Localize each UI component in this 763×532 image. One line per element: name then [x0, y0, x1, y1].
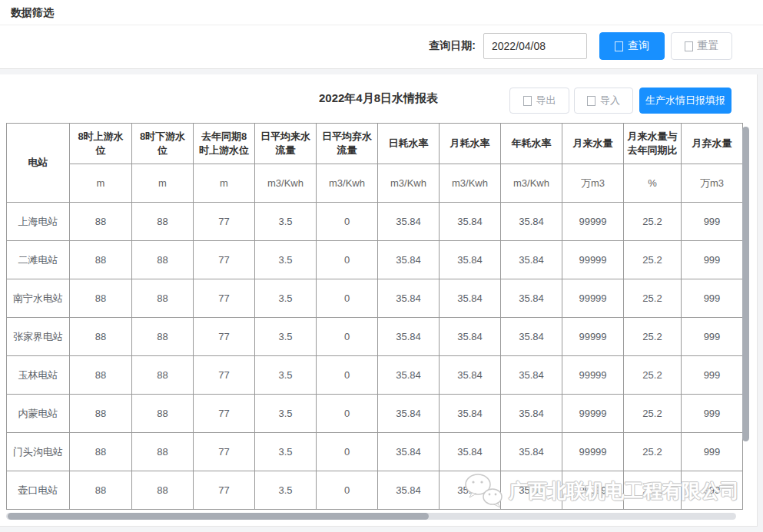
table-row: 南宁水电站8888773.5035.8435.8435.849999925.29… — [7, 279, 743, 318]
column-header: 日平均弃水流量 — [317, 124, 378, 164]
cell-value: 999 — [682, 471, 743, 510]
cell-value: 35.84 — [501, 318, 562, 356]
column-header: 日耗水率 — [378, 124, 440, 164]
column-unit: m3/Kwh — [440, 164, 501, 203]
station-name: 壶口电站 — [7, 471, 70, 510]
search-icon — [615, 41, 623, 51]
import-icon — [587, 96, 595, 106]
filter-divider — [0, 25, 763, 25]
table-unit-row: mmmm3/Kwhm3/Kwhm3/Kwhm3/Kwhm3/Kwh万m3%万m3 — [7, 164, 743, 203]
cell-value: 35.84 — [378, 203, 440, 241]
station-name: 上海电站 — [7, 203, 70, 241]
cell-value: 88 — [70, 318, 132, 356]
cell-value: 35.84 — [440, 395, 501, 433]
cell-value: 0 — [317, 471, 378, 510]
query-date-input[interactable] — [483, 33, 587, 59]
export-button[interactable]: 导出 — [509, 88, 569, 114]
cell-value: 25.2 — [624, 471, 682, 510]
cell-value: 3.5 — [255, 395, 317, 433]
station-column-header: 电站 — [7, 124, 70, 203]
cell-value: 999 — [682, 241, 743, 279]
horizontal-scrollbar-thumb[interactable] — [8, 513, 429, 520]
cell-value: 77 — [194, 318, 255, 356]
cell-value: 99999 — [562, 318, 624, 356]
cell-value: 35.84 — [501, 433, 562, 471]
station-name: 张家界电站 — [7, 318, 70, 356]
cell-value: 35.84 — [440, 471, 501, 510]
table-body: 上海电站8888773.5035.8435.8435.849999925.299… — [7, 203, 743, 510]
cell-value: 35.84 — [501, 203, 562, 241]
table-row: 内蒙电站8888773.5035.8435.8435.849999925.299… — [7, 395, 743, 433]
cell-value: 77 — [194, 279, 255, 318]
column-unit: m — [132, 164, 194, 203]
cell-value: 88 — [70, 279, 132, 318]
column-unit: m3/Kwh — [501, 164, 562, 203]
column-header: 日平均来水流量 — [255, 124, 317, 164]
cell-value: 88 — [70, 241, 132, 279]
cell-value: 99999 — [562, 356, 624, 395]
column-unit: m3/Kwh — [255, 164, 317, 203]
cell-value: 0 — [317, 433, 378, 471]
cell-value: 25.2 — [624, 279, 682, 318]
column-header: 年耗水率 — [501, 124, 562, 164]
cell-value: 25.2 — [624, 395, 682, 433]
table-row: 张家界电站8888773.5035.8435.8435.849999925.29… — [7, 318, 743, 356]
column-header: 月来水量与去年同期比 — [624, 124, 682, 164]
cell-value: 35.84 — [440, 318, 501, 356]
station-name: 内蒙电站 — [7, 395, 70, 433]
cell-value: 88 — [132, 433, 194, 471]
table-header-row: 电站 8时上游水位8时下游水位去年同期8时上游水位日平均来水流量日平均弃水流量日… — [7, 124, 743, 164]
column-header: 月弃水量 — [682, 124, 743, 164]
export-icon — [523, 96, 532, 106]
cell-value: 0 — [317, 241, 378, 279]
column-unit: % — [624, 164, 682, 203]
vertical-scrollbar-thumb[interactable] — [742, 127, 749, 441]
cell-value: 99999 — [562, 203, 624, 241]
query-date-label: 查询日期: — [429, 39, 476, 53]
column-unit: m — [194, 164, 255, 203]
reset-button[interactable]: 重置 — [671, 32, 732, 60]
cell-value: 3.5 — [255, 318, 317, 356]
cell-value: 88 — [132, 203, 194, 241]
report-table: 电站 8时上游水位8时下游水位去年同期8时上游水位日平均来水流量日平均弃水流量日… — [6, 123, 743, 510]
cell-value: 999 — [682, 356, 743, 395]
cell-value: 0 — [317, 279, 378, 318]
cell-value: 35.84 — [378, 433, 440, 471]
cell-value: 99999 — [562, 433, 624, 471]
cell-value: 3.5 — [255, 356, 317, 395]
cell-value: 25.2 — [624, 318, 682, 356]
import-button[interactable]: 导入 — [574, 88, 633, 114]
cell-value: 35.84 — [501, 356, 562, 395]
column-header: 月耗水率 — [440, 124, 501, 164]
cell-value: 999 — [682, 203, 743, 241]
cell-value: 35.84 — [378, 356, 440, 395]
cell-value: 77 — [194, 203, 255, 241]
cell-value: 999 — [682, 318, 743, 356]
cell-value: 99999 — [562, 279, 624, 318]
horizontal-scrollbar-track[interactable] — [6, 513, 736, 520]
station-name: 门头沟电站 — [7, 433, 70, 471]
cell-value: 3.5 — [255, 241, 317, 279]
daily-report-fill-button[interactable]: 生产水情日报填报 — [639, 88, 731, 114]
report-table-wrap: 电站 8时上游水位8时下游水位去年同期8时上游水位日平均来水流量日平均弃水流量日… — [6, 123, 743, 510]
cell-value: 88 — [70, 471, 132, 510]
column-header: 月来水量 — [562, 124, 624, 164]
station-name: 南宁水电站 — [7, 279, 70, 318]
cell-value: 25.2 — [624, 203, 682, 241]
cell-value: 77 — [194, 356, 255, 395]
cell-value: 88 — [132, 395, 194, 433]
station-name: 玉林电站 — [7, 356, 70, 395]
report-buttons: 导出 导入 生产水情日报填报 — [509, 88, 731, 114]
cell-value: 35.84 — [501, 279, 562, 318]
station-name: 二滩电站 — [7, 241, 70, 279]
cell-value: 999 — [682, 433, 743, 471]
column-unit: m — [70, 164, 132, 203]
cell-value: 35.84 — [440, 241, 501, 279]
table-row: 门头沟电站8888773.5035.8435.8435.849999925.29… — [7, 433, 743, 471]
search-button[interactable]: 查询 — [599, 32, 665, 60]
cell-value: 88 — [132, 356, 194, 395]
filter-panel: 数据筛选 查询日期: 查询 重置 — [0, 0, 763, 69]
cell-value: 35.84 — [440, 356, 501, 395]
column-header: 8时上游水位 — [70, 124, 132, 164]
cell-value: 3.5 — [255, 203, 317, 241]
